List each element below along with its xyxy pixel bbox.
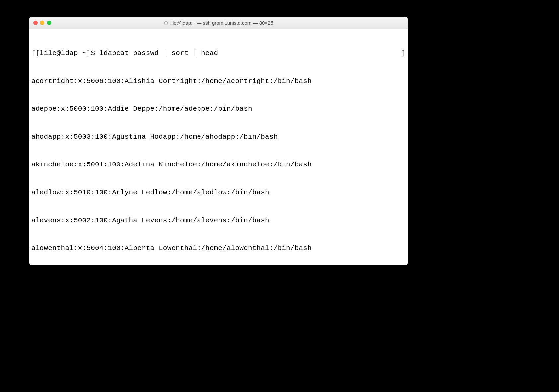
terminal-line: aledlow:x:5010:100:Arlyne Ledlow:/home/a…: [31, 188, 406, 197]
home-icon: [164, 20, 168, 25]
terminal-body[interactable]: [lile@ldap ~]$ ldapcat passwd | sort | h…: [29, 29, 408, 265]
terminal-line: alowenthal:x:5004:100:Alberta Lowenthal:…: [31, 244, 406, 253]
minimize-button[interactable]: [40, 21, 44, 25]
terminal-line: adeppe:x:5000:100:Addie Deppe:/home/adep…: [31, 104, 406, 114]
title-wrap: lile@ldap:~ — ssh gromit.unistd.com — 80…: [29, 20, 408, 26]
window-title: lile@ldap:~ — ssh gromit.unistd.com — 80…: [170, 20, 273, 26]
traffic-lights: [29, 21, 51, 25]
close-button[interactable]: [33, 21, 38, 25]
terminal-line: alevens:x:5002:100:Agatha Levens:/home/a…: [31, 216, 406, 225]
terminal-line: ahodapp:x:5003:100:Agustina Hodapp:/home…: [31, 132, 406, 142]
terminal-line: acortright:x:5006:100:Alishia Cortright:…: [31, 77, 406, 86]
titlebar: lile@ldap:~ — ssh gromit.unistd.com — 80…: [29, 17, 408, 29]
terminal-line: [lile@ldap ~]$ ldapcat passwd | sort | h…: [31, 49, 406, 58]
terminal-window: lile@ldap:~ — ssh gromit.unistd.com — 80…: [29, 17, 408, 265]
terminal-line: akincheloe:x:5001:100:Adelina Kincheloe:…: [31, 160, 406, 169]
zoom-button[interactable]: [47, 21, 51, 25]
